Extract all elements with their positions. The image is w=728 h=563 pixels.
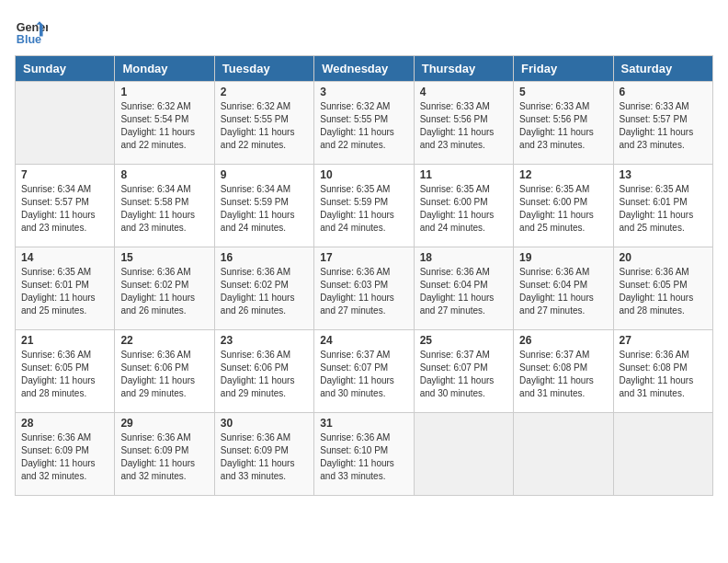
calendar-cell: 28Sunrise: 6:36 AM Sunset: 6:09 PM Dayli… <box>16 413 115 496</box>
calendar-cell: 21Sunrise: 6:36 AM Sunset: 6:05 PM Dayli… <box>16 330 115 413</box>
day-header-friday: Friday <box>514 56 613 82</box>
cell-info: Sunrise: 6:36 AM Sunset: 6:09 PM Dayligh… <box>221 431 308 483</box>
cell-info: Sunrise: 6:36 AM Sunset: 6:05 PM Dayligh… <box>620 266 707 317</box>
cell-info: Sunrise: 6:36 AM Sunset: 6:08 PM Dayligh… <box>620 349 707 400</box>
calendar-cell: 14Sunrise: 6:35 AM Sunset: 6:01 PM Dayli… <box>16 247 115 330</box>
calendar-week-4: 21Sunrise: 6:36 AM Sunset: 6:05 PM Dayli… <box>16 330 713 413</box>
calendar-cell: 7Sunrise: 6:34 AM Sunset: 5:57 PM Daylig… <box>16 165 115 247</box>
calendar-week-2: 7Sunrise: 6:34 AM Sunset: 5:57 PM Daylig… <box>16 165 713 247</box>
cell-info: Sunrise: 6:34 AM Sunset: 5:58 PM Dayligh… <box>120 183 208 235</box>
day-number: 20 <box>620 251 707 264</box>
calendar-cell: 12Sunrise: 6:35 AM Sunset: 6:00 PM Dayli… <box>514 165 613 247</box>
cell-info: Sunrise: 6:34 AM Sunset: 5:57 PM Dayligh… <box>21 183 108 235</box>
day-number: 18 <box>420 251 507 264</box>
cell-info: Sunrise: 6:37 AM Sunset: 6:07 PM Dayligh… <box>320 349 407 400</box>
calendar-cell: 1Sunrise: 6:32 AM Sunset: 5:54 PM Daylig… <box>115 82 214 165</box>
cell-info: Sunrise: 6:33 AM Sunset: 5:57 PM Dayligh… <box>620 100 707 152</box>
day-number: 14 <box>21 251 108 264</box>
day-number: 9 <box>221 168 308 181</box>
calendar-cell: 27Sunrise: 6:36 AM Sunset: 6:08 PM Dayli… <box>613 330 712 413</box>
cell-info: Sunrise: 6:36 AM Sunset: 6:04 PM Dayligh… <box>519 266 607 317</box>
page-header: General Blue <box>15 15 713 48</box>
day-number: 3 <box>320 86 407 98</box>
day-number: 23 <box>221 334 308 347</box>
calendar-cell <box>16 82 115 165</box>
day-number: 28 <box>21 417 108 430</box>
calendar-cell: 3Sunrise: 6:32 AM Sunset: 5:55 PM Daylig… <box>314 82 414 165</box>
day-number: 17 <box>320 251 407 264</box>
cell-info: Sunrise: 6:37 AM Sunset: 6:08 PM Dayligh… <box>519 349 607 400</box>
day-number: 19 <box>519 251 607 264</box>
calendar-cell <box>414 413 513 496</box>
calendar-cell: 22Sunrise: 6:36 AM Sunset: 6:06 PM Dayli… <box>115 330 214 413</box>
day-number: 27 <box>620 334 707 347</box>
calendar-table: SundayMondayTuesdayWednesdayThursdayFrid… <box>15 55 713 496</box>
day-number: 13 <box>620 168 707 181</box>
calendar-cell: 25Sunrise: 6:37 AM Sunset: 6:07 PM Dayli… <box>414 330 513 413</box>
day-number: 15 <box>120 251 208 264</box>
day-number: 16 <box>221 251 308 264</box>
calendar-cell: 30Sunrise: 6:36 AM Sunset: 6:09 PM Dayli… <box>214 413 313 496</box>
day-number: 22 <box>120 334 208 347</box>
day-number: 10 <box>320 168 407 181</box>
day-number: 21 <box>21 334 108 347</box>
calendar-cell <box>613 413 712 496</box>
day-header-saturday: Saturday <box>613 56 712 82</box>
cell-info: Sunrise: 6:33 AM Sunset: 5:56 PM Dayligh… <box>519 100 607 152</box>
cell-info: Sunrise: 6:32 AM Sunset: 5:55 PM Dayligh… <box>320 100 407 152</box>
cell-info: Sunrise: 6:36 AM Sunset: 6:09 PM Dayligh… <box>21 431 108 483</box>
day-header-tuesday: Tuesday <box>214 56 313 82</box>
day-number: 1 <box>120 86 208 98</box>
cell-info: Sunrise: 6:36 AM Sunset: 6:05 PM Dayligh… <box>21 349 108 400</box>
calendar-cell: 20Sunrise: 6:36 AM Sunset: 6:05 PM Dayli… <box>613 247 712 330</box>
day-header-wednesday: Wednesday <box>314 56 414 82</box>
calendar-cell: 11Sunrise: 6:35 AM Sunset: 6:00 PM Dayli… <box>414 165 513 247</box>
calendar-cell: 29Sunrise: 6:36 AM Sunset: 6:09 PM Dayli… <box>115 413 214 496</box>
calendar-cell <box>514 413 613 496</box>
cell-info: Sunrise: 6:33 AM Sunset: 5:56 PM Dayligh… <box>420 100 507 152</box>
calendar-cell: 4Sunrise: 6:33 AM Sunset: 5:56 PM Daylig… <box>414 82 513 165</box>
cell-info: Sunrise: 6:32 AM Sunset: 5:55 PM Dayligh… <box>221 100 308 152</box>
cell-info: Sunrise: 6:36 AM Sunset: 6:03 PM Dayligh… <box>320 266 407 317</box>
day-number: 26 <box>519 334 607 347</box>
cell-info: Sunrise: 6:36 AM Sunset: 6:10 PM Dayligh… <box>320 431 407 483</box>
cell-info: Sunrise: 6:35 AM Sunset: 6:00 PM Dayligh… <box>420 183 507 235</box>
cell-info: Sunrise: 6:36 AM Sunset: 6:04 PM Dayligh… <box>420 266 507 317</box>
calendar-week-3: 14Sunrise: 6:35 AM Sunset: 6:01 PM Dayli… <box>16 247 713 330</box>
cell-info: Sunrise: 6:36 AM Sunset: 6:09 PM Dayligh… <box>120 431 208 483</box>
cell-info: Sunrise: 6:36 AM Sunset: 6:02 PM Dayligh… <box>221 266 308 317</box>
cell-info: Sunrise: 6:35 AM Sunset: 6:00 PM Dayligh… <box>519 183 607 235</box>
day-number: 11 <box>420 168 507 181</box>
calendar-week-5: 28Sunrise: 6:36 AM Sunset: 6:09 PM Dayli… <box>16 413 713 496</box>
logo: General Blue <box>15 15 48 48</box>
day-number: 30 <box>221 417 308 430</box>
cell-info: Sunrise: 6:36 AM Sunset: 6:02 PM Dayligh… <box>120 266 208 317</box>
calendar-cell: 18Sunrise: 6:36 AM Sunset: 6:04 PM Dayli… <box>414 247 513 330</box>
logo-icon: General Blue <box>15 15 48 48</box>
calendar-cell: 31Sunrise: 6:36 AM Sunset: 6:10 PM Dayli… <box>314 413 414 496</box>
calendar-cell: 9Sunrise: 6:34 AM Sunset: 5:59 PM Daylig… <box>214 165 313 247</box>
cell-info: Sunrise: 6:35 AM Sunset: 6:01 PM Dayligh… <box>620 183 707 235</box>
calendar-cell: 5Sunrise: 6:33 AM Sunset: 5:56 PM Daylig… <box>514 82 613 165</box>
cell-info: Sunrise: 6:35 AM Sunset: 6:01 PM Dayligh… <box>21 266 108 317</box>
svg-text:Blue: Blue <box>17 33 41 46</box>
calendar-cell: 8Sunrise: 6:34 AM Sunset: 5:58 PM Daylig… <box>115 165 214 247</box>
calendar-cell: 10Sunrise: 6:35 AM Sunset: 5:59 PM Dayli… <box>314 165 414 247</box>
calendar-cell: 26Sunrise: 6:37 AM Sunset: 6:08 PM Dayli… <box>514 330 613 413</box>
day-number: 5 <box>519 86 607 98</box>
calendar-body: 1Sunrise: 6:32 AM Sunset: 5:54 PM Daylig… <box>16 82 713 496</box>
day-number: 2 <box>221 86 308 98</box>
calendar-cell: 19Sunrise: 6:36 AM Sunset: 6:04 PM Dayli… <box>514 247 613 330</box>
cell-info: Sunrise: 6:34 AM Sunset: 5:59 PM Dayligh… <box>221 183 308 235</box>
day-number: 24 <box>320 334 407 347</box>
cell-info: Sunrise: 6:32 AM Sunset: 5:54 PM Dayligh… <box>120 100 208 152</box>
calendar-cell: 17Sunrise: 6:36 AM Sunset: 6:03 PM Dayli… <box>314 247 414 330</box>
calendar-cell: 16Sunrise: 6:36 AM Sunset: 6:02 PM Dayli… <box>214 247 313 330</box>
calendar-week-1: 1Sunrise: 6:32 AM Sunset: 5:54 PM Daylig… <box>16 82 713 165</box>
day-number: 25 <box>420 334 507 347</box>
calendar-cell: 13Sunrise: 6:35 AM Sunset: 6:01 PM Dayli… <box>613 165 712 247</box>
day-number: 8 <box>120 168 208 181</box>
calendar-header-row: SundayMondayTuesdayWednesdayThursdayFrid… <box>16 56 713 82</box>
cell-info: Sunrise: 6:37 AM Sunset: 6:07 PM Dayligh… <box>420 349 507 400</box>
calendar-cell: 15Sunrise: 6:36 AM Sunset: 6:02 PM Dayli… <box>115 247 214 330</box>
